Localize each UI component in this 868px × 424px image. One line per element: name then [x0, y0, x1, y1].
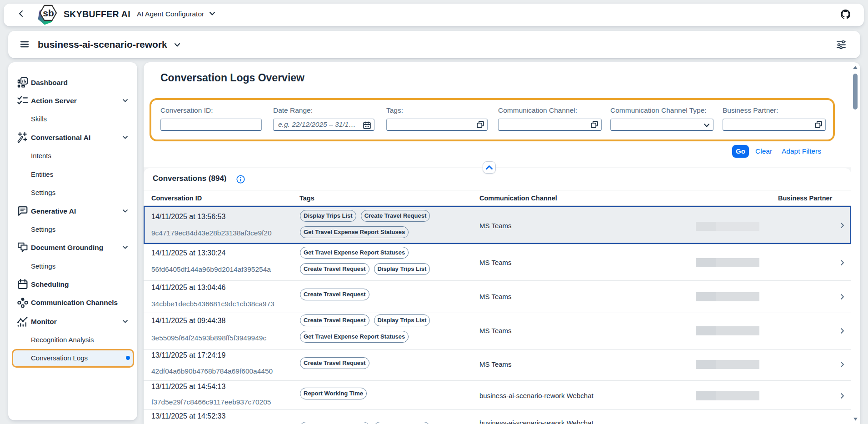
svg-text:sb: sb	[43, 8, 54, 18]
